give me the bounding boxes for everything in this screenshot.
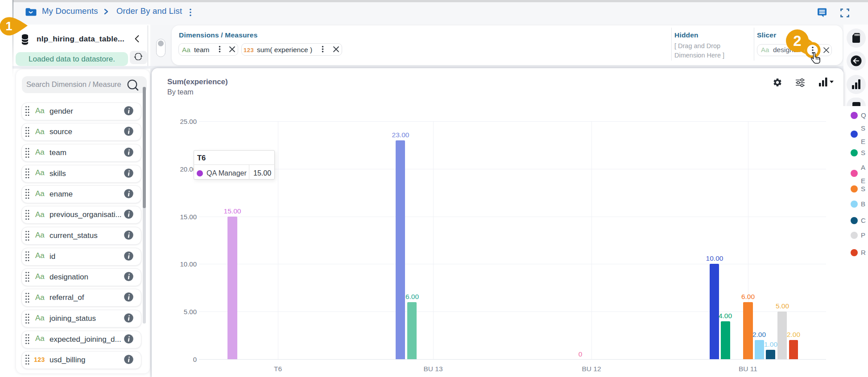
- svg-text:1: 1: [5, 20, 12, 33]
- svg-text:2: 2: [793, 33, 801, 49]
